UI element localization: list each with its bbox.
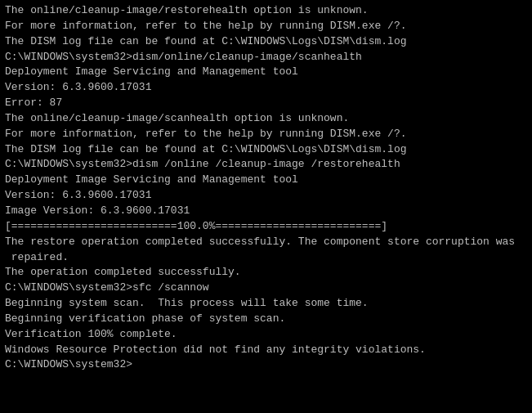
terminal-line: Version: 6.3.9600.17031 xyxy=(5,188,527,204)
terminal-line: Windows Resource Protection did not find… xyxy=(5,343,527,358)
terminal-line: For more information, refer to the help … xyxy=(5,19,527,34)
terminal-line: The DISM log file can be found at C:\WIN… xyxy=(5,142,527,158)
terminal-line: The operation completed successfully. xyxy=(5,265,527,281)
terminal-line: repaired. xyxy=(5,250,527,266)
terminal-line: C:\WINDOWS\system32>sfc /scannow xyxy=(5,281,527,296)
terminal-line: For more information, refer to the help … xyxy=(5,127,527,142)
terminal-line: Beginning verification phase of system s… xyxy=(5,312,527,327)
terminal-line: Error: 87 xyxy=(5,96,527,111)
terminal-line: C:\WINDOWS\system32>dism /online /cleanu… xyxy=(5,157,527,173)
terminal-line: Beginning system scan. This process will… xyxy=(5,296,527,312)
terminal-line: The online/cleanup-image/scanhealth opti… xyxy=(5,111,527,127)
terminal-line: The DISM log file can be found at C:\WIN… xyxy=(5,34,527,50)
terminal-line: C:\WINDOWS\system32> xyxy=(5,357,527,373)
terminal-line: C:\WINDOWS\system32>dism/online/cleanup-… xyxy=(5,50,527,65)
terminal-line: Deployment Image Servicing and Managemen… xyxy=(5,173,527,188)
terminal-line: Version: 6.3.9600.17031 xyxy=(5,80,527,96)
terminal-line: Image Version: 6.3.9600.17031 xyxy=(5,204,527,219)
terminal-line: The online/cleanup-image/restorehealth o… xyxy=(5,3,527,19)
terminal-line: The restore operation completed successf… xyxy=(5,235,527,250)
terminal-line: Deployment Image Servicing and Managemen… xyxy=(5,65,527,80)
terminal-window[interactable]: The online/cleanup-image/restorehealth o… xyxy=(0,0,532,413)
terminal-line: [==========================100.0%=======… xyxy=(5,219,527,235)
terminal-line: Verification 100% complete. xyxy=(5,327,527,343)
